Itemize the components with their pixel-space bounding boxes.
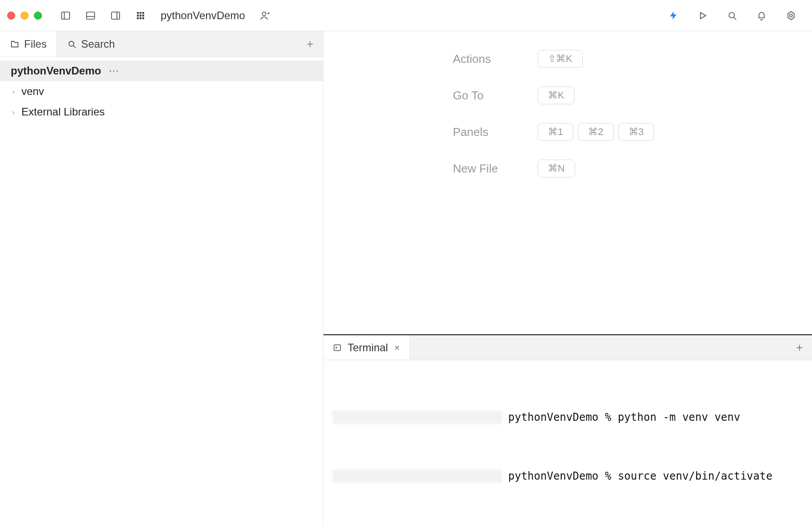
add-collaborator-icon[interactable] <box>256 6 274 25</box>
close-terminal-tab-icon[interactable] <box>394 341 401 354</box>
tree-root-more-icon[interactable]: ··· <box>109 66 120 76</box>
close-window-button[interactable] <box>7 12 15 20</box>
welcome-row-actions-shortcuts: ⇧⌘K <box>538 50 812 68</box>
search-icon[interactable] <box>723 6 742 25</box>
redacted-text <box>332 469 502 483</box>
welcome-row-actions-label: Actions <box>453 52 520 66</box>
minimize-window-button[interactable] <box>21 12 29 20</box>
traffic-lights <box>7 12 42 20</box>
sidebar-tabs: Files Search <box>0 31 323 57</box>
svg-point-14 <box>142 17 144 19</box>
svg-point-12 <box>137 17 138 19</box>
tree-item-label: venv <box>21 85 44 98</box>
svg-point-13 <box>140 17 141 19</box>
settings-icon[interactable] <box>782 6 800 25</box>
add-sidebar-tab-button[interactable] <box>297 31 323 57</box>
notifications-icon[interactable] <box>752 6 771 25</box>
redacted-text <box>332 411 502 424</box>
panel-left-icon[interactable] <box>56 6 75 25</box>
tab-search-label: Search <box>81 38 115 50</box>
bolt-icon[interactable] <box>664 6 683 25</box>
svg-point-8 <box>142 12 144 13</box>
tab-files[interactable]: Files <box>0 31 57 57</box>
shortcut-key[interactable]: ⌘3 <box>618 123 654 141</box>
chevron-right-icon <box>11 106 17 118</box>
sidebar: Files Search pythonVenvDemo ··· venv Ext… <box>0 31 323 526</box>
welcome-row-panels-shortcuts: ⌘1 ⌘2 ⌘3 <box>538 123 812 141</box>
chevron-right-icon <box>11 85 17 98</box>
svg-marker-18 <box>700 12 706 19</box>
shortcut-key[interactable]: ⌘K <box>538 86 575 104</box>
tab-files-label: Files <box>24 38 47 50</box>
shortcut-key[interactable]: ⇧⌘K <box>538 50 583 68</box>
svg-point-15 <box>262 12 266 16</box>
svg-point-10 <box>140 15 141 16</box>
welcome-row-newfile-shortcuts: ⌘N <box>538 160 812 177</box>
fullscreen-window-button[interactable] <box>34 12 42 20</box>
terminal-panel: Terminal pythonVenvDemo % python -m venv… <box>323 334 812 526</box>
svg-point-23 <box>69 41 74 46</box>
terminal-line: pythonVenvDemo % source venv/bin/activat… <box>332 466 803 486</box>
panel-right-icon[interactable] <box>106 6 125 25</box>
terminal-tab[interactable]: Terminal <box>323 335 410 360</box>
tree-root-label: pythonVenvDemo <box>11 65 101 77</box>
svg-point-19 <box>729 12 734 18</box>
svg-marker-21 <box>788 12 794 20</box>
tree-item-external-libraries[interactable]: External Libraries <box>0 102 323 122</box>
welcome-row-goto-label: Go To <box>453 89 520 103</box>
svg-point-11 <box>142 15 144 16</box>
apps-grid-icon[interactable] <box>131 6 150 25</box>
welcome-row-goto-shortcuts: ⌘K <box>538 86 812 104</box>
panel-bottom-icon[interactable] <box>81 6 100 25</box>
tree-root[interactable]: pythonVenvDemo ··· <box>0 61 323 81</box>
svg-point-7 <box>140 12 141 13</box>
svg-line-20 <box>734 17 736 20</box>
shortcut-key[interactable]: ⌘2 <box>578 123 613 141</box>
svg-rect-2 <box>87 12 95 19</box>
svg-point-9 <box>137 15 138 16</box>
svg-rect-0 <box>62 12 70 19</box>
terminal-text: pythonVenvDemo % python -m venv venv <box>508 407 740 427</box>
terminal-line: pythonVenvDemo % python -m venv venv <box>332 407 803 427</box>
tree-item-venv[interactable]: venv <box>0 81 323 102</box>
run-icon[interactable] <box>693 6 712 25</box>
svg-point-6 <box>137 12 138 13</box>
terminal-text: pythonVenvDemo % source venv/bin/activat… <box>508 466 772 486</box>
editor-area: Actions ⇧⌘K Go To ⌘K Panels ⌘1 ⌘2 ⌘3 New… <box>323 31 812 526</box>
terminal-tabs: Terminal <box>323 335 812 360</box>
titlebar: pythonVenvDemo <box>0 0 812 31</box>
welcome-row-newfile-label: New File <box>453 162 520 176</box>
tab-search[interactable]: Search <box>57 31 125 57</box>
welcome-panel: Actions ⇧⌘K Go To ⌘K Panels ⌘1 ⌘2 ⌘3 New… <box>323 31 812 334</box>
titlebar-right-group <box>664 6 800 25</box>
file-tree: pythonVenvDemo ··· venv External Librari… <box>0 57 323 122</box>
tree-item-label: External Libraries <box>21 106 105 118</box>
svg-rect-4 <box>112 12 120 19</box>
svg-line-24 <box>73 45 75 48</box>
welcome-row-panels-label: Panels <box>453 125 520 139</box>
shortcut-key[interactable]: ⌘1 <box>538 123 573 141</box>
svg-point-22 <box>790 14 792 17</box>
shortcut-key[interactable]: ⌘N <box>538 160 575 177</box>
project-title[interactable]: pythonVenvDemo <box>161 9 245 22</box>
terminal-body[interactable]: pythonVenvDemo % python -m venv venv pyt… <box>323 360 812 526</box>
terminal-tab-label: Terminal <box>348 341 388 354</box>
add-terminal-tab-button[interactable] <box>787 335 812 360</box>
